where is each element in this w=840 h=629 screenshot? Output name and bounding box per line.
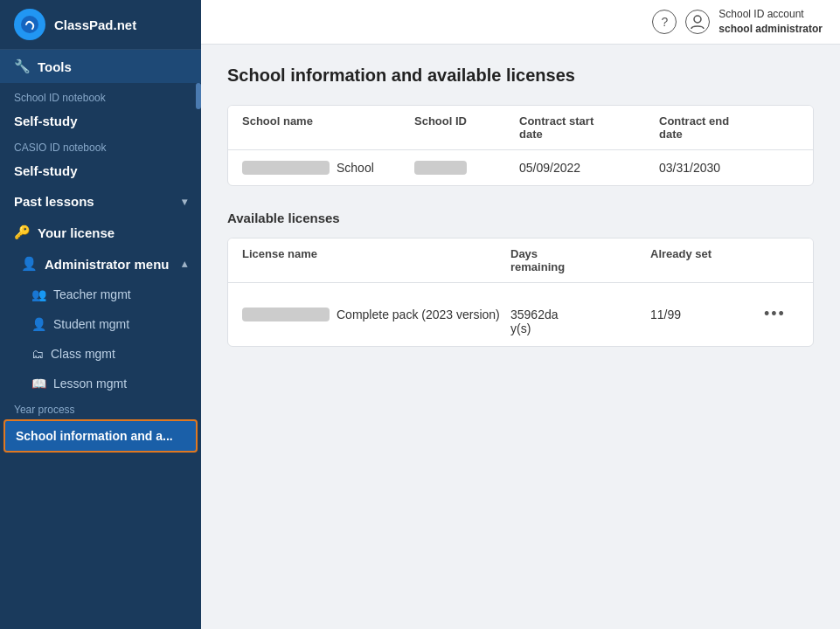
student-icon: 👤 — [31, 317, 46, 331]
tools-label: Tools — [38, 59, 72, 74]
lesson-icon: 📖 — [31, 377, 46, 391]
key-icon: 🔑 — [14, 225, 31, 240]
sidebar-item-past-lessons[interactable]: Past lessons ▾ — [0, 186, 201, 217]
days-remaining-cell: 35962da y(s) — [510, 294, 650, 335]
school-table-header: School name School ID Contract start dat… — [228, 106, 813, 150]
contract-end-cell: 03/31/2030 — [659, 161, 799, 175]
tools-icon: 🔧 — [14, 59, 31, 74]
school-id-notebook-label: School ID notebook — [0, 86, 201, 106]
content-area: School information and available license… — [201, 45, 840, 629]
col-actions — [764, 247, 799, 273]
sidebar-item-lesson-mgmt[interactable]: 📖 Lesson mgmt — [0, 369, 201, 398]
dots-menu-icon[interactable]: ••• — [764, 305, 786, 322]
license-blurred — [242, 308, 330, 321]
teacher-icon: 👥 — [31, 287, 46, 301]
sidebar-item-self-study-2[interactable]: Self-study — [0, 156, 201, 186]
school-name-blurred — [242, 161, 330, 175]
page-title: School information and available license… — [227, 66, 814, 86]
scroll-indicator — [196, 83, 201, 109]
chevron-down-icon: ▾ — [182, 196, 187, 208]
tools-section[interactable]: 🔧 Tools — [0, 50, 201, 83]
col-school-id: School ID — [414, 114, 519, 141]
account-label: School ID account — [719, 7, 823, 22]
school-id-cell — [414, 161, 519, 175]
school-id-blurred — [414, 161, 467, 175]
school-table-row: School 05/09/2022 03/31/2030 — [228, 150, 813, 185]
sidebar-item-school-info[interactable]: School information and a... — [3, 419, 198, 453]
col-license-name: License name — [242, 247, 510, 273]
sidebar: ClassPad.net 🔧 Tools School ID notebook … — [0, 0, 201, 629]
sidebar-admin-menu[interactable]: 👤 Administrator menu ▴ — [0, 248, 201, 280]
sidebar-item-student-mgmt[interactable]: 👤 Student mgmt — [0, 309, 201, 339]
main-content: ? School ID account school administrator… — [201, 0, 840, 629]
account-role: school administrator — [719, 22, 823, 37]
col-already-set: Already set — [650, 247, 764, 273]
school-name-cell: School — [242, 161, 414, 175]
casio-id-notebook-label: CASIO ID notebook — [0, 136, 201, 156]
account-info: School ID account school administrator — [719, 7, 823, 37]
logo-icon — [14, 9, 45, 40]
sidebar-item-teacher-mgmt[interactable]: 👥 Teacher mgmt — [0, 280, 201, 309]
license-table-header: License name Days remaining Already set — [228, 238, 813, 283]
already-set-cell: 11/99 — [650, 308, 764, 321]
license-name-cell: Complete pack (2023 version) — [242, 308, 510, 321]
user-avatar-icon — [685, 10, 710, 34]
col-school-name: School name — [242, 114, 414, 141]
top-bar-right: ? School ID account school administrator — [652, 7, 823, 37]
contract-start-cell: 05/09/2022 — [519, 161, 659, 175]
top-bar: ? School ID account school administrator — [201, 0, 840, 45]
chevron-up-icon: ▴ — [182, 258, 187, 270]
col-contract-start: Contract start date — [519, 114, 659, 141]
sidebar-item-your-license[interactable]: 🔑 Your license — [0, 217, 201, 248]
svg-point-0 — [21, 16, 38, 33]
sidebar-logo[interactable]: ClassPad.net — [0, 0, 201, 50]
license-name-text: Complete pack (2023 version) — [337, 308, 500, 321]
school-name-text: School — [337, 161, 374, 175]
svg-point-1 — [694, 16, 701, 23]
license-table-row: Complete pack (2023 version) 35962da y(s… — [228, 283, 813, 346]
help-button[interactable]: ? — [652, 10, 677, 34]
sidebar-item-class-mgmt[interactable]: 🗂 Class mgmt — [0, 339, 201, 369]
licenses-section-title: Available licenses — [227, 211, 814, 225]
year-process-label: Year process — [0, 398, 201, 418]
col-days-remaining: Days remaining — [510, 247, 650, 273]
admin-icon: 👤 — [21, 256, 38, 272]
sidebar-item-self-study-1[interactable]: Self-study — [0, 106, 201, 136]
class-icon: 🗂 — [31, 347, 44, 361]
app-name: ClassPad.net — [54, 17, 136, 32]
license-table: License name Days remaining Already set … — [227, 238, 814, 347]
col-contract-end: Contract end date — [659, 114, 799, 141]
row-actions-menu[interactable]: ••• — [764, 305, 799, 323]
school-info-table: School name School ID Contract start dat… — [227, 105, 814, 186]
